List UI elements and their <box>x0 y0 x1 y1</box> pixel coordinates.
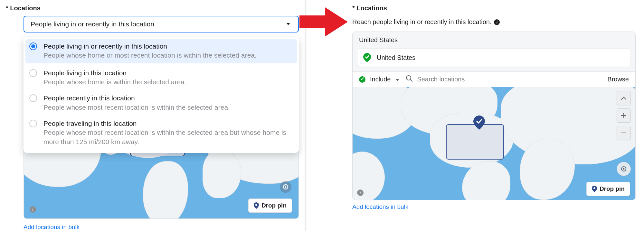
chevron-down-icon[interactable] <box>395 76 399 83</box>
zoom-in-button[interactable] <box>617 108 631 123</box>
add-locations-bulk-link[interactable]: Add locations in bulk <box>352 203 636 210</box>
radio-icon <box>29 69 37 77</box>
land-shape <box>203 150 241 198</box>
drop-pin-button[interactable]: Drop pin <box>248 199 292 213</box>
zoom-out-button[interactable] <box>617 126 631 140</box>
radio-icon <box>29 120 37 127</box>
svg-point-9 <box>623 168 625 170</box>
option-desc: People whose home is within the selected… <box>43 78 186 87</box>
map-pin-icon <box>473 116 485 130</box>
drop-pin-button[interactable]: Drop pin <box>586 182 630 196</box>
location-pin-icon <box>363 53 371 62</box>
svg-point-2 <box>255 204 257 206</box>
svg-line-4 <box>410 80 412 82</box>
target-icon <box>620 165 628 173</box>
land-shape <box>520 139 575 200</box>
browse-link[interactable]: Browse <box>607 76 629 83</box>
option-label: People recently in this location <box>43 94 230 103</box>
radio-icon <box>29 42 37 50</box>
reach-description-row: Reach people living in or recently in th… <box>352 18 636 26</box>
location-search-row: Include Browse <box>353 71 635 87</box>
pin-icon <box>254 202 259 209</box>
location-type-dropdown: People living in or recently in this loc… <box>24 37 299 153</box>
location-map[interactable]: i Drop pin <box>353 87 635 200</box>
recenter-button[interactable] <box>617 162 631 176</box>
drop-pin-label: Drop pin <box>261 202 287 209</box>
minus-icon <box>621 130 627 136</box>
include-label: Include <box>370 76 391 83</box>
option-label: People traveling in this location <box>43 119 293 128</box>
recenter-button[interactable] <box>280 181 291 193</box>
locations-heading: * Locations <box>352 5 636 12</box>
drop-pin-label: Drop pin <box>600 185 625 192</box>
option-desc: People whose most recent location is wit… <box>43 128 293 146</box>
option-desc: People whose home or most recent locatio… <box>43 51 257 60</box>
locations-card: United States United States Include Brow… <box>352 32 636 200</box>
include-status-icon <box>359 76 365 83</box>
info-icon[interactable]: i <box>30 206 36 213</box>
select-current-value: People living in or recently in this loc… <box>31 20 154 28</box>
info-icon[interactable]: i <box>357 189 364 196</box>
plus-icon <box>621 113 627 118</box>
left-panel: * Locations People living in or recently… <box>0 0 299 231</box>
option-living-or-recently[interactable]: People living in or recently in this loc… <box>25 39 297 63</box>
location-type-select[interactable]: People living in or recently in this loc… <box>24 16 299 32</box>
country-chip[interactable]: United States <box>357 48 631 67</box>
pin-icon <box>592 186 597 192</box>
radio-icon <box>29 94 37 102</box>
svg-point-10 <box>593 187 595 189</box>
svg-point-1 <box>285 186 287 188</box>
option-label: People living in this location <box>43 69 186 78</box>
land-shape <box>143 161 188 219</box>
locations-heading: * Locations <box>6 5 299 12</box>
collapse-map-button[interactable] <box>617 91 631 105</box>
chevron-up-icon <box>621 97 626 100</box>
arrow-icon <box>299 6 348 39</box>
chevron-down-icon <box>286 23 290 26</box>
country-header: United States <box>353 32 635 48</box>
add-locations-bulk-link[interactable]: Add locations in bulk <box>24 224 80 231</box>
info-icon[interactable]: i <box>494 19 500 25</box>
right-panel: * Locations Reach people living in or re… <box>307 0 644 231</box>
option-living[interactable]: People living in this location People wh… <box>24 65 299 91</box>
search-icon <box>406 75 413 84</box>
search-locations-input[interactable] <box>417 76 603 83</box>
option-recently[interactable]: People recently in this location People … <box>24 90 299 116</box>
option-desc: People whose most recent location is wit… <box>43 103 230 112</box>
reach-text: Reach people living in or recently in th… <box>352 18 491 26</box>
option-traveling[interactable]: People traveling in this location People… <box>24 116 299 150</box>
map-controls <box>617 91 631 140</box>
option-label: People living in or recently in this loc… <box>43 42 257 51</box>
country-name: United States <box>377 54 415 61</box>
